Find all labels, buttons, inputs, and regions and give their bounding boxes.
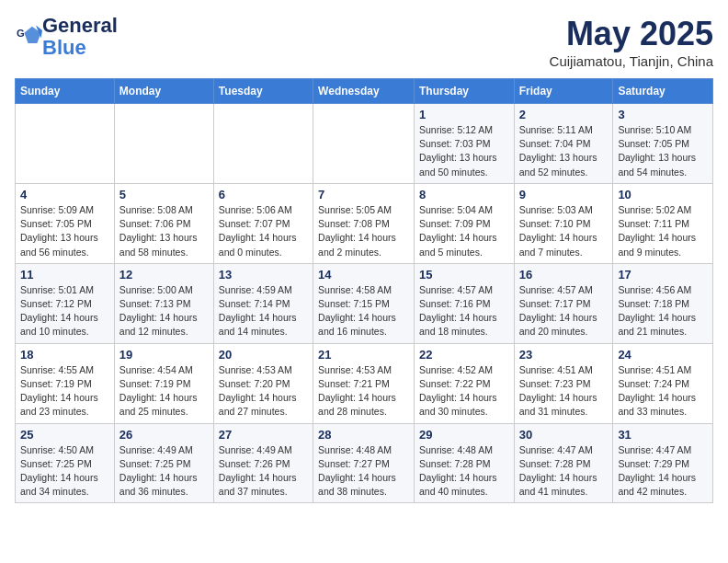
- day-number: 13: [219, 268, 308, 282]
- weekday-header-tuesday: Tuesday: [213, 79, 313, 104]
- day-info: Sunrise: 4:50 AM Sunset: 7:25 PM Dayligh…: [20, 443, 109, 500]
- day-number: 2: [519, 108, 609, 121]
- day-info: Sunrise: 4:56 AM Sunset: 7:18 PM Dayligh…: [618, 283, 708, 339]
- day-number: 7: [318, 188, 409, 201]
- day-number: 4: [20, 188, 109, 201]
- day-info: Sunrise: 4:57 AM Sunset: 7:16 PM Dayligh…: [419, 283, 509, 339]
- day-info: Sunrise: 4:57 AM Sunset: 7:17 PM Dayligh…: [519, 283, 609, 339]
- calendar-cell: 1Sunrise: 5:12 AM Sunset: 7:03 PM Daylig…: [414, 104, 514, 184]
- day-number: 18: [20, 348, 109, 362]
- logo-icon: G: [17, 24, 42, 50]
- day-number: 3: [618, 108, 708, 121]
- day-number: 6: [219, 188, 308, 201]
- day-info: Sunrise: 4:53 AM Sunset: 7:20 PM Dayligh…: [219, 363, 308, 419]
- day-number: 25: [20, 428, 109, 442]
- svg-text:G: G: [17, 28, 25, 39]
- day-number: 5: [119, 188, 209, 201]
- calendar-cell: 3Sunrise: 5:10 AM Sunset: 7:05 PM Daylig…: [613, 104, 713, 184]
- day-number: 1: [419, 108, 509, 121]
- weekday-header-wednesday: Wednesday: [313, 79, 415, 104]
- calendar-body: 1Sunrise: 5:12 AM Sunset: 7:03 PM Daylig…: [16, 104, 713, 503]
- day-info: Sunrise: 4:53 AM Sunset: 7:21 PM Dayligh…: [318, 363, 409, 419]
- day-number: 20: [219, 348, 308, 362]
- day-number: 19: [119, 348, 209, 362]
- month-title: May 2025: [550, 15, 713, 53]
- day-number: 14: [318, 268, 409, 282]
- calendar-cell: 25Sunrise: 4:50 AM Sunset: 7:25 PM Dayli…: [16, 423, 115, 503]
- weekday-header-sunday: Sunday: [16, 79, 115, 104]
- day-number: 23: [519, 348, 609, 362]
- day-number: 17: [618, 268, 708, 282]
- day-info: Sunrise: 5:03 AM Sunset: 7:10 PM Dayligh…: [519, 203, 609, 259]
- logo-text: General Blue: [42, 15, 118, 59]
- logo: G General Blue: [15, 15, 118, 59]
- calendar-week-5: 25Sunrise: 4:50 AM Sunset: 7:25 PM Dayli…: [16, 423, 713, 503]
- calendar-cell: 27Sunrise: 4:49 AM Sunset: 7:26 PM Dayli…: [213, 423, 313, 503]
- calendar-cell: 9Sunrise: 5:03 AM Sunset: 7:10 PM Daylig…: [514, 183, 613, 263]
- day-number: 27: [219, 428, 308, 442]
- day-number: 8: [419, 188, 509, 201]
- calendar-cell: 29Sunrise: 4:48 AM Sunset: 7:28 PM Dayli…: [414, 423, 514, 503]
- calendar-cell: 30Sunrise: 4:47 AM Sunset: 7:28 PM Dayli…: [514, 423, 613, 503]
- calendar-cell: [313, 104, 415, 184]
- calendar-cell: 8Sunrise: 5:04 AM Sunset: 7:09 PM Daylig…: [414, 183, 514, 263]
- day-info: Sunrise: 4:49 AM Sunset: 7:26 PM Dayligh…: [219, 443, 308, 500]
- page-header: G General Blue May 2025 Cuijiamatou, Tia…: [15, 15, 713, 69]
- day-number: 24: [618, 348, 708, 362]
- calendar-cell: 24Sunrise: 4:51 AM Sunset: 7:24 PM Dayli…: [613, 343, 713, 423]
- calendar-week-1: 1Sunrise: 5:12 AM Sunset: 7:03 PM Daylig…: [16, 104, 713, 184]
- calendar-week-3: 11Sunrise: 5:01 AM Sunset: 7:12 PM Dayli…: [16, 263, 713, 343]
- calendar-cell: 17Sunrise: 4:56 AM Sunset: 7:18 PM Dayli…: [613, 263, 713, 343]
- day-number: 16: [519, 268, 609, 282]
- day-info: Sunrise: 4:55 AM Sunset: 7:19 PM Dayligh…: [20, 363, 109, 419]
- weekday-header-row: SundayMondayTuesdayWednesdayThursdayFrid…: [16, 79, 713, 104]
- title-block: May 2025 Cuijiamatou, Tianjin, China: [550, 15, 713, 69]
- calendar-cell: 31Sunrise: 4:47 AM Sunset: 7:29 PM Dayli…: [613, 423, 713, 503]
- calendar-cell: 21Sunrise: 4:53 AM Sunset: 7:21 PM Dayli…: [313, 343, 415, 423]
- day-number: 31: [618, 428, 708, 442]
- calendar-cell: 2Sunrise: 5:11 AM Sunset: 7:04 PM Daylig…: [514, 104, 613, 184]
- day-number: 21: [318, 348, 409, 362]
- day-number: 26: [119, 428, 209, 442]
- calendar-cell: 12Sunrise: 5:00 AM Sunset: 7:13 PM Dayli…: [114, 263, 213, 343]
- day-info: Sunrise: 4:49 AM Sunset: 7:25 PM Dayligh…: [119, 443, 209, 500]
- calendar-cell: 23Sunrise: 4:51 AM Sunset: 7:23 PM Dayli…: [514, 343, 613, 423]
- calendar-week-4: 18Sunrise: 4:55 AM Sunset: 7:19 PM Dayli…: [16, 343, 713, 423]
- calendar-cell: 26Sunrise: 4:49 AM Sunset: 7:25 PM Dayli…: [114, 423, 213, 503]
- day-number: 10: [618, 188, 708, 201]
- calendar-cell: [16, 104, 115, 184]
- day-number: 29: [419, 428, 509, 442]
- day-info: Sunrise: 4:51 AM Sunset: 7:24 PM Dayligh…: [618, 363, 708, 419]
- calendar-cell: 5Sunrise: 5:08 AM Sunset: 7:06 PM Daylig…: [114, 183, 213, 263]
- logo-blue: Blue: [42, 36, 86, 59]
- day-info: Sunrise: 5:10 AM Sunset: 7:05 PM Dayligh…: [618, 123, 708, 179]
- calendar-cell: 16Sunrise: 4:57 AM Sunset: 7:17 PM Dayli…: [514, 263, 613, 343]
- day-info: Sunrise: 4:48 AM Sunset: 7:28 PM Dayligh…: [419, 443, 509, 500]
- day-number: 9: [519, 188, 609, 201]
- day-info: Sunrise: 4:59 AM Sunset: 7:14 PM Dayligh…: [219, 283, 308, 339]
- calendar-header: SundayMondayTuesdayWednesdayThursdayFrid…: [16, 79, 713, 104]
- day-info: Sunrise: 4:58 AM Sunset: 7:15 PM Dayligh…: [318, 283, 409, 339]
- weekday-header-friday: Friday: [514, 79, 613, 104]
- day-number: 12: [119, 268, 209, 282]
- weekday-header-monday: Monday: [114, 79, 213, 104]
- day-info: Sunrise: 5:05 AM Sunset: 7:08 PM Dayligh…: [318, 203, 409, 259]
- calendar-cell: [114, 104, 213, 184]
- weekday-header-thursday: Thursday: [414, 79, 514, 104]
- day-info: Sunrise: 5:00 AM Sunset: 7:13 PM Dayligh…: [119, 283, 209, 339]
- day-number: 22: [419, 348, 509, 362]
- day-info: Sunrise: 4:47 AM Sunset: 7:28 PM Dayligh…: [519, 443, 609, 500]
- calendar-cell: 22Sunrise: 4:52 AM Sunset: 7:22 PM Dayli…: [414, 343, 514, 423]
- day-info: Sunrise: 5:08 AM Sunset: 7:06 PM Dayligh…: [119, 203, 209, 259]
- calendar-cell: 13Sunrise: 4:59 AM Sunset: 7:14 PM Dayli…: [213, 263, 313, 343]
- day-info: Sunrise: 5:11 AM Sunset: 7:04 PM Dayligh…: [519, 123, 609, 179]
- calendar-cell: 18Sunrise: 4:55 AM Sunset: 7:19 PM Dayli…: [16, 343, 115, 423]
- day-info: Sunrise: 4:52 AM Sunset: 7:22 PM Dayligh…: [419, 363, 509, 419]
- day-info: Sunrise: 4:48 AM Sunset: 7:27 PM Dayligh…: [318, 443, 409, 500]
- calendar-cell: 4Sunrise: 5:09 AM Sunset: 7:05 PM Daylig…: [16, 183, 115, 263]
- day-info: Sunrise: 5:09 AM Sunset: 7:05 PM Dayligh…: [20, 203, 109, 259]
- calendar-cell: 11Sunrise: 5:01 AM Sunset: 7:12 PM Dayli…: [16, 263, 115, 343]
- day-info: Sunrise: 4:47 AM Sunset: 7:29 PM Dayligh…: [618, 443, 708, 500]
- day-info: Sunrise: 5:01 AM Sunset: 7:12 PM Dayligh…: [20, 283, 109, 339]
- day-info: Sunrise: 5:06 AM Sunset: 7:07 PM Dayligh…: [219, 203, 308, 259]
